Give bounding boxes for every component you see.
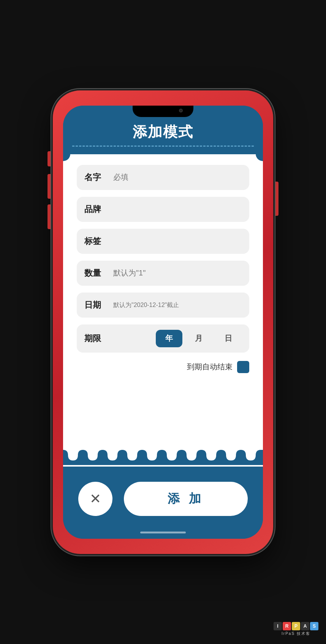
period-day-button[interactable]: 日 [215,330,242,347]
cancel-button[interactable]: ✕ [78,482,112,516]
home-indicator [140,532,186,533]
side-button-silent [47,151,51,166]
quantity-input[interactable] [113,269,242,277]
period-month-button[interactable]: 月 [185,330,212,347]
ticket-card: 名字 品牌 标签 数量 [63,154,263,467]
side-button-vol-down [47,204,51,229]
connector-left [63,147,70,161]
page-title: 添加模式 [63,122,263,142]
date-input[interactable] [113,302,242,309]
watermark-logo: I R P A S [274,622,318,630]
period-field: 期限 年 月 日 [77,324,249,353]
phone-screen: 添加模式 名字 品牌 [63,106,263,539]
connector-right [256,147,263,161]
phone-wrapper: 添加模式 名字 品牌 [0,0,326,644]
brand-label: 品牌 [84,204,107,215]
tag-field: 标签 [77,229,249,254]
side-button-vol-up [47,174,51,199]
bottom-area: ✕ 添 加 [63,467,263,539]
wm-R: R [283,622,291,630]
brand-field: 品牌 [77,197,249,222]
name-input[interactable] [113,173,242,182]
date-field: 日期 [77,293,249,318]
watermark: I R P A S IrPaS 技术客 [274,622,318,636]
period-buttons: 年 月 日 [156,330,242,347]
scallop-bottom-container [63,450,263,467]
scallop-svg [63,450,263,465]
wm-S: S [310,622,318,630]
notch [133,106,193,117]
date-label: 日期 [84,299,107,311]
brand-input[interactable] [113,205,242,214]
wm-I: I [274,622,282,630]
quantity-label: 数量 [84,267,107,279]
phone-shell: 添加模式 名字 品牌 [53,90,273,554]
cancel-icon: ✕ [90,491,101,507]
auto-end-toggle[interactable] [237,361,249,373]
add-button-label: 添 加 [168,491,204,507]
tag-label: 标签 [84,236,107,247]
auto-end-label: 到期自动结束 [187,362,233,372]
quantity-field: 数量 [77,261,249,286]
name-field: 名字 [77,165,249,190]
notch-camera [179,109,183,112]
ticket-connectors [63,147,263,161]
add-button[interactable]: 添 加 [124,482,248,516]
wm-P: P [292,622,300,630]
name-label: 名字 [84,172,107,183]
wm-A: A [301,622,309,630]
period-label: 期限 [84,333,107,344]
tag-input[interactable] [113,237,242,245]
side-button-power [275,182,279,216]
watermark-text: IrPaS 技术客 [282,631,310,636]
period-year-button[interactable]: 年 [156,330,182,347]
auto-end-row: 到期自动结束 [77,359,249,377]
